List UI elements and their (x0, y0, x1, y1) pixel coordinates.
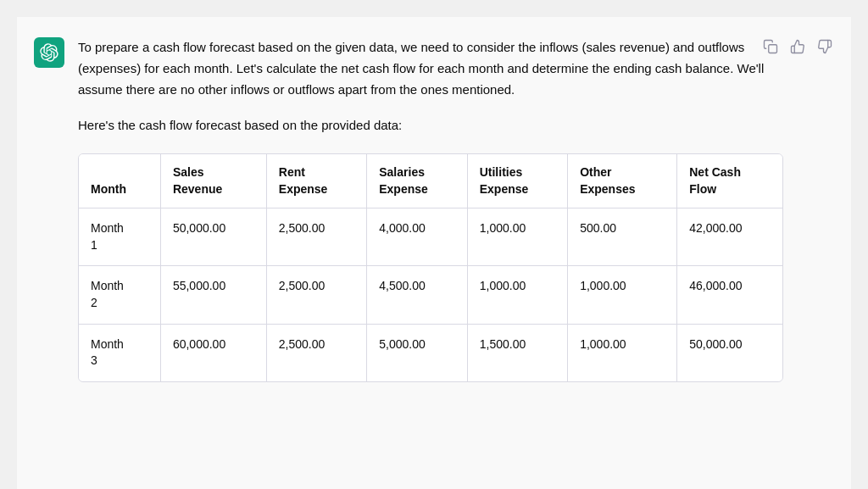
cell-salaries-1: 4,000.00 (367, 208, 467, 266)
cell-net-cash-1: 42,000.00 (677, 208, 782, 266)
openai-logo-icon (40, 43, 58, 62)
intro-paragraph: To prepare a cash flow forecast based on… (78, 37, 783, 100)
message-content: To prepare a cash flow forecast based on… (78, 37, 834, 382)
cell-sales-1: 50,000.00 (160, 208, 266, 266)
cell-sales-2: 55,000.00 (160, 266, 266, 324)
table-header-row: Month SalesRevenue RentExpense SalariesE… (79, 154, 782, 208)
cell-net-cash-3: 50,000.00 (677, 324, 782, 381)
col-header-sales-revenue: SalesRevenue (160, 154, 266, 208)
message-row: To prepare a cash flow forecast based on… (17, 17, 851, 403)
cell-other-3: 1,000.00 (568, 324, 677, 381)
cell-net-cash-2: 46,000.00 (677, 266, 782, 324)
table-row: Month255,000.002,500.004,500.001,000.001… (79, 266, 782, 324)
table-row: Month150,000.002,500.004,000.001,000.005… (79, 208, 782, 266)
cell-utilities-1: 1,000.00 (467, 208, 567, 266)
cell-other-1: 500.00 (568, 208, 677, 266)
cell-month-1: Month1 (79, 208, 160, 266)
copy-button[interactable] (761, 37, 780, 56)
chat-container: To prepare a cash flow forecast based on… (17, 17, 851, 489)
action-icons-group (761, 37, 834, 56)
cell-salaries-3: 5,000.00 (367, 324, 467, 381)
subtitle-paragraph: Here's the cash flow forecast based on t… (78, 115, 783, 136)
cash-flow-table: Month SalesRevenue RentExpense SalariesE… (79, 154, 782, 381)
cell-month-2: Month2 (79, 266, 160, 324)
cell-sales-3: 60,000.00 (160, 324, 266, 381)
cell-salaries-2: 4,500.00 (367, 266, 467, 324)
svg-rect-0 (769, 45, 777, 53)
cell-rent-3: 2,500.00 (266, 324, 366, 381)
col-header-utilities-expense: UtilitiesExpense (467, 154, 567, 208)
col-header-rent-expense: RentExpense (266, 154, 366, 208)
col-header-other-expenses: OtherExpenses (568, 154, 677, 208)
cell-rent-2: 2,500.00 (266, 266, 366, 324)
cash-flow-table-wrapper: Month SalesRevenue RentExpense SalariesE… (78, 153, 783, 382)
col-header-salaries-expense: SalariesExpense (367, 154, 467, 208)
cell-month-3: Month3 (79, 324, 160, 381)
table-row: Month360,000.002,500.005,000.001,500.001… (79, 324, 782, 381)
thumbs-up-button[interactable] (788, 37, 807, 56)
avatar (34, 37, 64, 68)
thumbs-down-button[interactable] (815, 37, 834, 56)
cell-other-2: 1,000.00 (568, 266, 677, 324)
col-header-month: Month (79, 154, 160, 208)
cell-rent-1: 2,500.00 (266, 208, 366, 266)
col-header-net-cash-flow: Net CashFlow (677, 154, 782, 208)
cell-utilities-2: 1,000.00 (467, 266, 567, 324)
cell-utilities-3: 1,500.00 (467, 324, 567, 381)
